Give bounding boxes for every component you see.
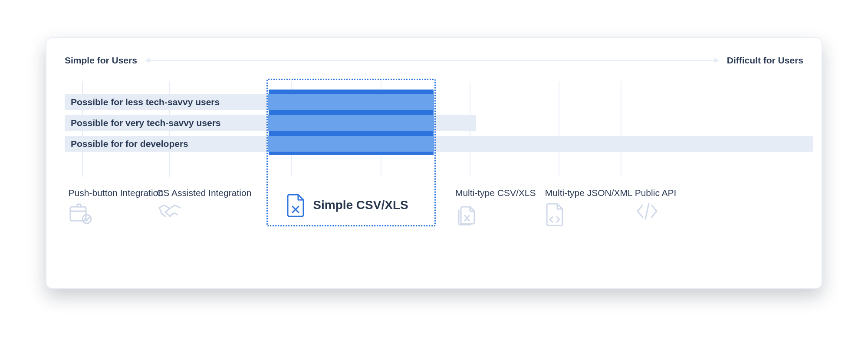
highlight-category: Simple CSV/XLS (286, 193, 408, 217)
highlight-bar-overlay (268, 94, 434, 110)
bar-label: Possible for very tech-savvy users (71, 118, 221, 128)
highlight-bar-overlay (268, 136, 434, 152)
diagram-card: Simple for Users Difficult for Users Pos… (46, 37, 822, 289)
bar-track: Possible for for developers (65, 136, 813, 152)
axis-label-simple: Simple for Users (65, 55, 137, 66)
highlight-bar-overlay (268, 115, 434, 131)
file-code-icon (545, 203, 564, 226)
category-files-x: Multi-type CSV/XLS (455, 188, 536, 227)
bar-label: Possible for for developers (71, 139, 188, 149)
category-label: Multi-type JSON/XML (545, 188, 633, 198)
category-label: Push-button Integration (69, 188, 163, 198)
axis-label-difficult: Difficult for Users (727, 55, 803, 66)
difficulty-axis: Simple for Users Difficult for Users (65, 54, 803, 66)
bar-label: Possible for less tech-savvy users (71, 97, 220, 107)
category-handshake: CS Assisted Integration (157, 188, 251, 222)
handshake-icon (157, 203, 183, 222)
category-code: Public API (635, 188, 677, 220)
svg-rect-0 (70, 207, 86, 221)
file-x-icon (286, 193, 305, 217)
category-file-code: Multi-type JSON/XML (545, 188, 633, 226)
category-label: Multi-type CSV/XLS (455, 188, 536, 198)
gridline (621, 81, 621, 177)
axis-arrow-line (146, 60, 718, 61)
gridline (559, 81, 559, 177)
highlight-category-label: Simple CSV/XLS (313, 198, 408, 212)
files-x-icon (455, 203, 478, 227)
chart-area: Possible for less tech-savvy usersPossib… (65, 81, 813, 268)
svg-point-1 (82, 215, 91, 223)
category-box-check: Push-button Integration (69, 188, 163, 224)
category-label: CS Assisted Integration (157, 188, 251, 198)
category-label: Public API (635, 188, 677, 198)
box-check-icon (69, 203, 93, 224)
code-icon (635, 203, 659, 220)
